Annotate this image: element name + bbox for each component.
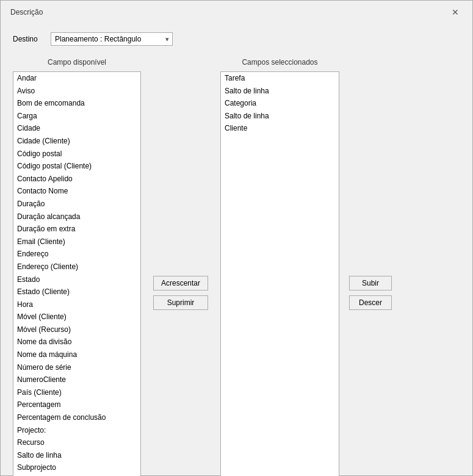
list-item[interactable]: Subprojecto	[13, 461, 140, 474]
list-item[interactable]: Duração em extra	[13, 223, 140, 236]
list-item[interactable]: País (Cliente)	[13, 386, 140, 399]
up-button[interactable]: Subir	[349, 276, 392, 290]
list-item[interactable]: Cidade (Cliente)	[13, 135, 140, 148]
selected-fields-list[interactable]: TarefaSalto de linhaCategoriaSalto de li…	[220, 71, 339, 476]
list-item[interactable]: Endereço	[13, 248, 140, 261]
list-item[interactable]: Cidade	[13, 122, 140, 135]
selected-fields-label: Campos seleccionados	[220, 58, 339, 67]
list-item[interactable]: Contacto Nome	[13, 185, 140, 198]
list-item[interactable]: Tarefa	[221, 72, 339, 85]
list-item[interactable]: NumeroCliente	[13, 373, 140, 386]
destino-select[interactable]: Planeamento : Rectângulo	[51, 32, 173, 46]
dialog: Descrição ✕ Destino Planeamento : Rectân…	[0, 0, 473, 476]
list-item[interactable]: Móvel (Recurso)	[13, 323, 140, 336]
down-button[interactable]: Descer	[349, 295, 392, 310]
list-item[interactable]: Contacto Apelido	[13, 173, 140, 186]
list-item[interactable]: Percentagem de conclusão	[13, 411, 140, 424]
available-fields-label: Campo disponível	[13, 58, 141, 67]
list-item[interactable]: Categoria	[221, 97, 339, 110]
dialog-content: Destino Planeamento : Rectângulo Campo d…	[1, 23, 472, 476]
list-item[interactable]: Estado (Cliente)	[13, 286, 140, 298]
list-item[interactable]: Andar	[13, 72, 140, 85]
list-item[interactable]: Salto de linha	[13, 449, 140, 462]
destino-select-wrapper: Planeamento : Rectângulo	[51, 32, 173, 46]
list-item[interactable]: Duração	[13, 198, 140, 211]
list-item[interactable]: Salto de linha	[221, 85, 339, 98]
list-item[interactable]: Percentagem	[13, 398, 140, 411]
remove-button[interactable]: Suprimir	[153, 295, 208, 310]
list-item[interactable]: Aviso	[13, 85, 140, 98]
list-item[interactable]: Recurso	[13, 436, 140, 449]
dialog-title: Descrição	[10, 8, 43, 16]
right-buttons: Subir Descer	[339, 73, 402, 476]
destino-label: Destino	[13, 35, 43, 43]
available-fields-section: Campo disponível AndarAvisoBom de emcoma…	[13, 58, 141, 476]
list-item[interactable]: Móvel (Cliente)	[13, 311, 140, 323]
list-item[interactable]: Email (Cliente)	[13, 236, 140, 248]
list-item[interactable]: Número de série	[13, 361, 140, 374]
list-item[interactable]: Código postal	[13, 148, 140, 160]
list-item[interactable]: Cliente	[221, 122, 339, 135]
list-item[interactable]: Projecto:	[13, 424, 140, 437]
list-item[interactable]: Carga	[13, 110, 140, 123]
list-item[interactable]: Bom de emcomanda	[13, 97, 140, 110]
columns-area: Campo disponível AndarAvisoBom de emcoma…	[13, 58, 460, 476]
available-fields-list[interactable]: AndarAvisoBom de emcomandaCargaCidadeCid…	[13, 71, 141, 476]
list-item[interactable]: Código postal (Cliente)	[13, 160, 140, 173]
list-item[interactable]: Nome da divisão	[13, 336, 140, 348]
title-bar: Descrição ✕	[1, 1, 472, 23]
list-item[interactable]: Salto de linha	[221, 110, 339, 123]
list-item[interactable]: Nome da máquina	[13, 348, 140, 361]
middle-buttons: Acrescentar Suprimir	[141, 73, 220, 476]
add-button[interactable]: Acrescentar	[153, 276, 208, 290]
destino-row: Destino Planeamento : Rectângulo	[13, 32, 460, 46]
list-item[interactable]: Endereço (Cliente)	[13, 261, 140, 273]
list-item[interactable]: Hora	[13, 298, 140, 311]
list-item[interactable]: Duração alcançada	[13, 211, 140, 223]
selected-fields-section: Campos seleccionados TarefaSalto de linh…	[220, 58, 339, 476]
list-item[interactable]: Estado	[13, 273, 140, 286]
close-button[interactable]: ✕	[448, 7, 463, 18]
